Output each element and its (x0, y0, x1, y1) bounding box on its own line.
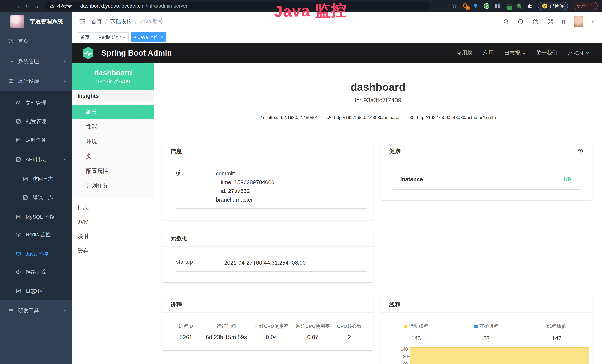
close-icon[interactable]: × (160, 35, 163, 40)
health-instance-label: Instance (400, 176, 423, 182)
process-panel-body: 进程ID 运行时间 进程CPU使用率 系统CPU使用率 CPU核心数 5261 … (162, 313, 373, 341)
sidebar-item-java-monitor[interactable]: Java 监控 (0, 247, 72, 261)
process-cpu-value: 0.04 (252, 334, 291, 341)
sidebar-item-home[interactable]: 首页 (0, 34, 72, 49)
app-logo[interactable]: 芋道管理系统 (10, 15, 63, 28)
extension-list-icon[interactable]: on (505, 3, 512, 9)
sidebar-item-scheduled-tasks[interactable]: 定时任务 (0, 133, 72, 147)
log-edit-icon (16, 157, 21, 162)
extension-puzzle-icon[interactable] (526, 3, 533, 9)
instance-item-logs[interactable]: 日志 (72, 201, 154, 214)
extension-leaf-search-icon[interactable] (516, 3, 522, 9)
text-size-icon[interactable]: tT (562, 19, 566, 25)
extension-pin-icon[interactable] (473, 3, 479, 9)
legend-label: 线程峰值 (547, 323, 566, 330)
insights-item-config-props[interactable]: 配置属性 (72, 164, 154, 178)
menu-label: JVM (77, 219, 89, 225)
sidebar-item-label: 首页 (18, 38, 29, 45)
menu-label: 细节 (86, 108, 97, 116)
chrome-update-button[interactable]: 更新 ⋮ (573, 2, 598, 10)
sba-nav-about[interactable]: 关于我们 (536, 49, 558, 57)
history-icon[interactable] (577, 148, 584, 154)
browser-address-bar[interactable]: 不安全 dashboard.yudao.iocoder.cn/infra/adm… (45, 2, 430, 10)
browser-reload-button[interactable]: ↻ (25, 3, 30, 9)
fullscreen-icon[interactable] (547, 19, 553, 25)
sidebar-item-config-management[interactable]: 配置管理 (0, 114, 72, 129)
instance-item-caches[interactable]: 缓存 (72, 244, 154, 257)
stat-value: 147 (522, 335, 592, 342)
user-avatar[interactable] (574, 16, 583, 27)
extension-v-circle-icon[interactable] (483, 3, 490, 9)
insights-item-scheduled-tasks[interactable]: 计划任务 (72, 179, 154, 193)
sidebar-item-system-management[interactable]: 系统管理 (0, 54, 72, 69)
table-row[interactable]: Instance UP (393, 176, 581, 190)
bookmark-star-icon[interactable]: ☆ (452, 3, 457, 9)
instance-sidebar: dashboard 93a3fc7f7409 Insights 细节 性能 环境… (72, 63, 154, 364)
extension-orange-ring-icon[interactable]: 1 (462, 3, 469, 9)
service-url-button[interactable]: http://192.168.0.2:48080/ (255, 112, 322, 123)
y-axis-tick-mark (408, 349, 410, 349)
tab-home[interactable]: 首页 (77, 32, 93, 42)
search-icon[interactable] (503, 19, 509, 25)
page-title: dashboard (154, 81, 602, 93)
chevron-down-icon (63, 59, 67, 64)
tab-java-monitor[interactable]: Java 监控 × (131, 32, 166, 42)
metadata-value: 2021-04-27T00:44:31.254+08:00 (224, 258, 306, 267)
info-panel: 信息 git commit: time: 1596289704000 id: 2… (162, 143, 373, 220)
insights-item-classes[interactable]: 类 (72, 150, 154, 163)
breadcrumb-infrastructure[interactable]: 基础设施 (110, 18, 132, 25)
sidebar-item-access-logs[interactable]: 访问日志 (0, 171, 72, 186)
sidebar-item-trace[interactable]: 链路追踪 (0, 265, 72, 279)
extension-grid-icon[interactable] (494, 3, 501, 9)
sba-brand[interactable]: Spring Boot Admin (82, 46, 172, 60)
breadcrumb-separator: / (105, 19, 107, 25)
chevron-up-icon (63, 79, 67, 84)
sba-language-select[interactable]: zh-CN (568, 50, 590, 56)
insights-item-metrics[interactable]: 性能 (72, 120, 154, 133)
insights-item-environment[interactable]: 环境 (72, 135, 154, 148)
instance-header[interactable]: dashboard 93a3fc7f7409 (72, 63, 154, 90)
insights-item-details[interactable]: 细节 (72, 105, 154, 119)
chevron-up-icon (63, 157, 67, 162)
browser-menu-icon[interactable]: ⋮ (589, 3, 594, 9)
sidebar-item-api-logs[interactable]: API 日志 (0, 152, 72, 167)
sidebar-item-error-logs[interactable]: 错误日志 (0, 190, 72, 205)
info-panel-title: 信息 (170, 147, 182, 155)
menu-label: 计划任务 (86, 182, 108, 190)
menu-label: 性能 (86, 123, 97, 130)
health-url-button[interactable]: http://192.168.0.2:48080/actuator/health (405, 112, 501, 123)
insights-section-header: Insights (72, 90, 154, 101)
sba-nav-applications[interactable]: 应用 (483, 49, 494, 57)
instance-item-jvm[interactable]: JVM (72, 215, 154, 228)
sidebar-item-label: 错误日志 (33, 194, 54, 201)
sidebar-item-mysql-monitor[interactable]: MySQL 监控 (0, 210, 72, 224)
browser-forward-button[interactable]: → (15, 3, 20, 9)
breadcrumb-home[interactable]: 首页 (91, 18, 102, 25)
sidebar-item-log-center[interactable]: 日志中心 (0, 284, 72, 299)
sidebar-item-label: 文件管理 (26, 99, 46, 107)
git-commit-line: commit: (216, 169, 274, 178)
browser-home-button[interactable]: ⌂ (35, 3, 38, 9)
sidebar-item-infrastructure[interactable]: 基础设施 (0, 74, 72, 89)
close-icon[interactable]: × (123, 35, 125, 40)
actuator-url: http://192.168.0.2:48080/actuator (334, 115, 400, 120)
instance-item-mappings[interactable]: 映射 (72, 230, 154, 243)
app-title: 芋道管理系统 (30, 18, 63, 25)
sidebar-item-file-management[interactable]: 文件管理 (0, 96, 72, 110)
hamburger-icon[interactable] (79, 18, 86, 25)
sidebar-item-redis-monitor[interactable]: Redis 监控 (0, 227, 72, 242)
sba-brand-title: Spring Boot Admin (101, 49, 172, 57)
avatar-caret-icon[interactable]: ▾ (592, 19, 594, 24)
github-icon[interactable] (517, 18, 524, 25)
sba-nav-wallboard[interactable]: 应用墙 (456, 49, 473, 57)
emoji-face-icon (542, 3, 548, 9)
sidebar-item-dev-tools[interactable]: 研发工具 (0, 303, 72, 318)
status-badge: UP (564, 176, 571, 182)
help-icon[interactable] (532, 18, 539, 25)
sba-nav-journal[interactable]: 日志报表 (504, 49, 526, 57)
actuator-url-button[interactable]: http://192.168.0.2:48080/actuator (322, 112, 405, 123)
profile-paused-chip[interactable]: 已暂停 (538, 2, 568, 10)
y-axis-tick: 120 (396, 354, 408, 359)
tab-redis-monitor[interactable]: Redis 监控 × (95, 32, 129, 42)
browser-back-button[interactable]: ← (4, 3, 10, 9)
